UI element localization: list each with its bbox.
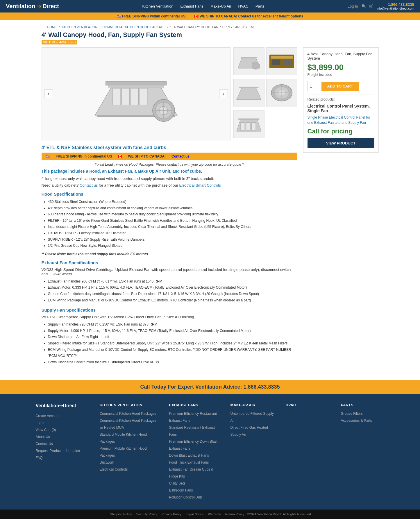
exhaust-spec-item: Exhaust Fan handles 900 CFM @ -0.617" wc… <box>48 278 297 285</box>
svg-rect-28 <box>238 119 259 120</box>
footer-kitchen-link-6[interactable]: Electrical Controls <box>100 467 128 471</box>
next-arrow[interactable]: › <box>219 90 228 98</box>
footer-exhaust-link-9[interactable]: Pollution Control Unit <box>169 495 202 499</box>
svg-rect-17 <box>271 56 293 58</box>
footer-col-makeup: MAKE-UP AIR Untempered Filtered Supply A… <box>230 403 274 501</box>
related-desc: Single Phase Electrical Control Panel fo… <box>308 115 374 125</box>
breadcrumb: HOME / KITCHEN VENTILATION / COMMERCIAL … <box>42 23 379 31</box>
supply-spec-item: Down Discharge Construction for Size 1 U… <box>48 359 297 366</box>
footer-exhaust-link-2[interactable]: Standard Restaurant Exhaust Fans <box>169 426 215 437</box>
footer-cart[interactable]: View Cart (0) <box>36 428 56 432</box>
breadcrumb-kitchen[interactable]: KITCHEN VENTILATION <box>62 25 98 29</box>
footer-makeup-title: MAKE-UP AIR <box>230 403 274 407</box>
prev-arrow[interactable]: ‹ <box>44 90 53 98</box>
svg-point-15 <box>252 62 259 69</box>
hood-spec-item: EXHAUST RISER - Factory installed 10" Di… <box>48 230 297 237</box>
header: Ventilation⇒Direct Kitchen Ventilation E… <box>0 0 420 12</box>
sku-value: VO-04-WCFSFS <box>52 40 76 44</box>
footer-exhaust-link-1[interactable]: Premium Efficiency Restaurant Exhaust Fa… <box>169 412 217 423</box>
footer-contact[interactable]: Contact Us <box>36 442 53 446</box>
nav-makeup[interactable]: Make-Up Air <box>210 4 231 8</box>
footer-exhaust-link-6[interactable]: Exhaust Fan Grease Cups & Hinge Kits <box>169 467 213 478</box>
search-icon[interactable]: 🔍 <box>362 4 366 8</box>
thumb-2[interactable] <box>266 47 297 75</box>
hood-spec-item: 600 degree hood rating - allows use with… <box>48 211 297 218</box>
us-flag: 🇺🇸 <box>117 14 121 18</box>
supply-spec-item: Supply Fan handles 720 CFM @ 0.250" wc E… <box>48 321 297 328</box>
product-box-title: 4' Wall Canopy Hood, Fan, Supply Fan Sys… <box>308 52 374 60</box>
footer-makeup-link-1[interactable]: Untempered Filtered Supply Air <box>230 412 274 423</box>
footer-kitchen-link-4[interactable]: Premium Mobile Kitchen Hood Packages <box>100 446 147 457</box>
footer-legal-notice[interactable]: Legal Notice <box>186 512 203 516</box>
exhaust-spec-list: Exhaust Fan handles 900 CFM @ -0.617" wc… <box>42 278 297 303</box>
footer-col-exhaust: EXHAUST FANS Premium Efficiency Restaura… <box>169 403 219 501</box>
footer-parts-link-2[interactable]: Accessories & Parts <box>341 419 372 423</box>
nav-hvac[interactable]: HVAC <box>238 4 249 8</box>
canada-shipping-text: WE SHIP TO CANADA! Contact us for excell… <box>200 14 303 18</box>
svg-rect-18 <box>272 59 280 65</box>
package-desc: This package includes a Hood, an Exhaust… <box>42 169 297 174</box>
footer-exhaust-link-5[interactable]: Food Truck Exhaust Fans <box>169 460 209 464</box>
footer-return-policy[interactable]: Return Policy <box>225 512 244 516</box>
footer-bottom: Shipping Policy Security Policy Privacy … <box>0 510 420 519</box>
footer-about[interactable]: About Us <box>36 435 50 439</box>
footer-exhaust-link-8[interactable]: Bathroom Fans <box>169 488 193 492</box>
canada-flag: 🇨🇦 <box>194 14 199 18</box>
footer-privacy-policy[interactable]: Privacy Policy <box>162 512 181 516</box>
hood-note: ** Please Note: both exhaust and supply … <box>42 252 297 256</box>
footer-kitchen-link-2[interactable]: Commercial Kitchen Hood Packages w/ Heat… <box>100 419 156 430</box>
add-to-cart-button[interactable]: ADD TO CART <box>321 82 359 91</box>
footer-login[interactable]: Log In <box>36 421 45 425</box>
footer-parts-links: Grease Filters Accessories & Parts <box>341 410 385 424</box>
thumb-4[interactable] <box>266 79 297 107</box>
footer-exhaust-link-7[interactable]: Utility Sets <box>169 481 185 485</box>
footer-warranty[interactable]: Warranty <box>208 512 221 516</box>
contact-info: 1.866.433.8335 info@ventilationdirect.co… <box>377 2 414 10</box>
cart-icon[interactable]: 🛒 <box>369 4 373 8</box>
footer-faq[interactable]: FAQ <box>36 456 43 460</box>
view-product-button[interactable]: VIEW PRODUCT <box>308 138 374 148</box>
desc-text: 4' long exhaust-only wall canopy hood wi… <box>42 176 297 181</box>
utility-label: Need a utility cabinet? <box>42 183 79 187</box>
footer-security-policy[interactable]: Security Policy <box>136 512 157 516</box>
breadcrumb-sep1: / <box>59 25 61 29</box>
etl-heading: 4' ETL & NSF Stainless steel system with… <box>42 145 297 150</box>
footer-kitchen-links: Commercial Kitchen Hood Packages Commerc… <box>100 410 158 473</box>
call-pricing: Call for pricing <box>308 128 374 135</box>
footer-kitchen-link-5[interactable]: Ductwork <box>100 460 114 464</box>
footer-makeup-links: Untempered Filtered Supply Air Direct Fi… <box>230 410 274 438</box>
svg-rect-5 <box>131 88 138 105</box>
footer-request[interactable]: Request Product Information <box>36 449 80 453</box>
exhaust-intro: VXD33 High Speed Direct Drive Centrifuga… <box>42 267 297 276</box>
thumb-3[interactable] <box>233 79 264 107</box>
footer-account-links: Create Account Log In View Cart (0) Abou… <box>36 412 88 461</box>
footer-logo-col: Ventilation⇒Direct Create Account Log In… <box>36 403 88 501</box>
footer-parts-link-1[interactable]: Grease Filters <box>341 412 363 416</box>
footer-kitchen-link-1[interactable]: Commercial Kitchen Hood Packages <box>100 412 156 416</box>
nav-parts[interactable]: Parts <box>255 4 264 8</box>
nav-exhaust[interactable]: Exhaust Fans <box>180 4 203 8</box>
footer-exhaust-link-3[interactable]: Premium Efficiency Down Blast Exhaust Fa… <box>169 439 217 451</box>
login-link[interactable]: Log In <box>348 4 358 8</box>
svg-rect-3 <box>112 88 120 105</box>
qty-input[interactable] <box>308 81 319 91</box>
footer-makeup-link-2[interactable]: Direct Fired Gas Heated Supply Air <box>230 426 268 437</box>
breadcrumb-commercial[interactable]: COMMERCIAL KITCHEN HOOD PACKAGES <box>103 25 168 29</box>
svg-rect-21 <box>239 87 258 88</box>
footer-exhaust-link-4[interactable]: Down Blast Exhaust Fans <box>169 453 209 457</box>
breadcrumb-home[interactable]: HOME <box>47 25 57 29</box>
product-contact-link[interactable]: Contact us <box>171 154 190 158</box>
us-shipping: 🇺🇸 FREE SHIPPING within continental US <box>117 14 185 18</box>
svg-rect-30 <box>246 123 250 130</box>
thumb-1[interactable] <box>233 47 264 75</box>
footer-shipping-policy[interactable]: Shipping Policy <box>110 512 132 516</box>
logo-text: Ventilation <box>6 3 35 10</box>
footer-copyright: ©2024 Ventilation Direct. All Rights Res… <box>247 512 312 516</box>
smart-controls-link[interactable]: Electrical Smart Controls <box>179 183 221 187</box>
utility-contact-link[interactable]: Contact us <box>80 183 98 187</box>
footer-kitchen-link-3[interactable]: Standard Mobile Kitchen Hood Packages <box>100 433 147 444</box>
nav-kitchen[interactable]: Kitchen Ventilation <box>142 4 174 8</box>
product-shipping-bar: 🇺🇸 FREE SHIPPING in continental US 🇨🇦 WE… <box>42 153 297 160</box>
thumb-5[interactable] <box>233 110 264 138</box>
footer-create-account[interactable]: Create Account <box>36 414 60 418</box>
